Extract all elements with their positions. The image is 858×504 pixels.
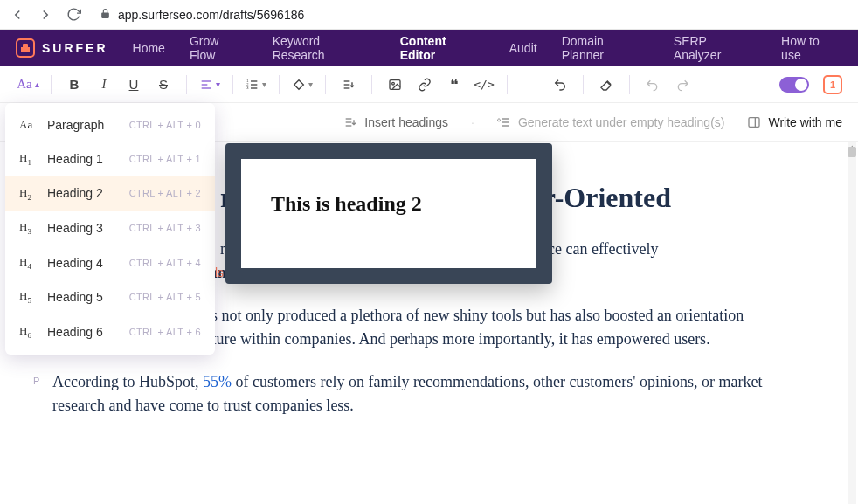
quote-button[interactable]: ❝ (442, 72, 467, 97)
h4-glyph-icon: H4 (19, 255, 38, 271)
counter-value: 1 (830, 79, 835, 90)
separator (507, 75, 508, 94)
dropdown-item-label: Heading 3 (47, 221, 103, 235)
svg-text:3: 3 (246, 86, 249, 90)
main-nav: SURFER Home Grow Flow Keyword Research C… (0, 30, 858, 66)
align-dropdown-button[interactable]: ▾ (197, 72, 222, 97)
doc-paragraph[interactable]: P According to HubSpot, 55% of customers… (52, 370, 793, 418)
dropdown-item-shortcut: CTRL + ALT + 2 (129, 188, 201, 198)
dropdown-item-label: Heading 5 (47, 290, 103, 304)
h2-glyph-icon: H2 (19, 186, 38, 202)
dropdown-item-shortcut: CTRL + ALT + 5 (129, 292, 201, 302)
nav-audit[interactable]: Audit (509, 41, 537, 55)
generate-text-button[interactable]: Generate text under empty heading(s) (497, 115, 725, 129)
italic-button[interactable]: I (92, 72, 116, 97)
chevron-down-icon: ▾ (216, 79, 220, 89)
dropdown-item-label: Heading 6 (47, 325, 103, 339)
panel-icon (747, 115, 761, 129)
insert-outline-button[interactable] (336, 72, 361, 97)
dropdown-item-label: Heading 1 (47, 152, 103, 166)
lock-icon (100, 8, 111, 22)
text-style-label: Aa (17, 77, 32, 92)
highlight-toggle[interactable] (779, 77, 809, 93)
browser-reload-button[interactable] (63, 4, 84, 25)
tag-dropdown-button[interactable]: ▾ (290, 72, 315, 97)
bold-button[interactable]: B (62, 72, 86, 97)
write-with-me-label: Write with me (768, 115, 842, 129)
chevron-up-icon: ▴ (35, 79, 39, 89)
link-button[interactable] (412, 72, 437, 97)
svg-rect-21 (749, 117, 759, 127)
nav-keyword-research[interactable]: Keyword Research (273, 34, 376, 62)
list-dropdown-button[interactable]: 123 ▾ (244, 72, 268, 97)
dropdown-item-shortcut: CTRL + ALT + 0 (129, 120, 201, 130)
h5-glyph-icon: H5 (19, 289, 38, 305)
underline-button[interactable]: U (121, 72, 146, 97)
dropdown-item-heading-1[interactable]: H1 Heading 1 CTRL + ALT + 1 (5, 142, 215, 176)
dropdown-item-shortcut: CTRL + ALT + 1 (129, 154, 201, 164)
counter-badge[interactable]: 1 (823, 75, 842, 94)
undo-button[interactable] (640, 72, 665, 97)
hr-button[interactable]: — (518, 72, 543, 97)
h1-glyph-icon: H1 (19, 151, 38, 167)
code-button[interactable]: </> (472, 72, 496, 97)
dropdown-item-heading-6[interactable]: H6 Heading 6 CTRL + ALT + 6 (5, 314, 215, 349)
dropdown-item-label: Paragraph (47, 118, 104, 132)
dropdown-item-label: Heading 4 (47, 256, 103, 270)
insert-headings-label: Insert headings (364, 115, 448, 129)
heading-preview-inner: This is heading 2 (241, 159, 536, 268)
heading-preview-text: This is heading 2 (271, 192, 507, 216)
dropdown-item-paragraph[interactable]: Aa Paragraph CTRL + ALT + 0 (5, 108, 215, 142)
brand-name: SURFER (42, 41, 108, 55)
write-with-me-button[interactable]: Write with me (747, 115, 842, 129)
nav-home[interactable]: Home (133, 41, 165, 55)
browser-url-bar[interactable]: app.surferseo.com/drafts/5696186 (91, 4, 851, 25)
dropdown-item-shortcut: CTRL + ALT + 4 (129, 258, 201, 268)
browser-back-button[interactable] (7, 4, 28, 25)
browser-url-text: app.surferseo.com/drafts/5696186 (118, 8, 304, 22)
separator (232, 75, 233, 94)
separator-dot: · (471, 115, 474, 129)
hidden-tab-fragment: ls (215, 266, 224, 280)
separator (629, 75, 630, 94)
chevron-down-icon: ▾ (308, 79, 313, 89)
separator (371, 75, 372, 94)
sparkle-list-icon (497, 115, 511, 129)
nav-serp-analyzer[interactable]: SERP Analyzer (674, 34, 757, 62)
separator (279, 75, 280, 94)
generate-text-label: Generate text under empty heading(s) (518, 115, 725, 129)
separator (51, 75, 52, 94)
dropdown-item-heading-3[interactable]: H3 Heading 3 CTRL + ALT + 3 (5, 211, 215, 245)
dropdown-item-shortcut: CTRL + ALT + 3 (129, 223, 201, 233)
svg-point-13 (392, 82, 395, 85)
dropdown-item-heading-5[interactable]: H5 Heading 5 CTRL + ALT + 5 (5, 280, 215, 314)
undo-link-button[interactable] (548, 72, 572, 97)
dropdown-item-heading-4[interactable]: H4 Heading 4 CTRL + ALT + 4 (5, 245, 215, 280)
outline-arrow-icon (343, 115, 357, 129)
insert-headings-button[interactable]: Insert headings (343, 115, 448, 129)
brand-logo[interactable]: SURFER (16, 38, 108, 58)
strikethrough-button[interactable]: S (151, 72, 176, 97)
browser-forward-button[interactable] (35, 4, 56, 25)
chevron-down-icon: ▾ (262, 79, 266, 89)
nav-content-editor[interactable]: Content Editor (400, 34, 485, 62)
nav-grow-flow[interactable]: Grow Flow (190, 34, 248, 62)
image-button[interactable] (383, 72, 407, 97)
h3-glyph-icon: H3 (19, 220, 38, 236)
format-toolbar: Aa ▴ B I U S ▾ 123 ▾ ▾ ❝ </> — (0, 66, 858, 103)
nav-how-to-use[interactable]: How to use (781, 34, 842, 62)
paragraph-glyph-icon: Aa (19, 118, 38, 132)
doc-link-55-percent[interactable]: 55% (203, 373, 232, 390)
dropdown-item-heading-2[interactable]: H2 Heading 2 CTRL + ALT + 2 (5, 176, 215, 211)
separator (325, 75, 326, 94)
nav-domain-planner[interactable]: Domain Planner (562, 34, 649, 62)
text-style-dropdown: Aa Paragraph CTRL + ALT + 0 H1 Heading 1… (5, 103, 215, 355)
browser-chrome: app.surferseo.com/drafts/5696186 (0, 0, 858, 30)
redo-button[interactable] (670, 72, 695, 97)
text-style-dropdown-button[interactable]: Aa ▴ (16, 72, 40, 97)
brand-mark-icon (16, 38, 35, 58)
vertical-scrollbar[interactable]: ▴ (848, 142, 856, 504)
dropdown-item-shortcut: CTRL + ALT + 6 (129, 327, 201, 337)
eraser-button[interactable] (594, 72, 619, 97)
scrollbar-thumb[interactable] (848, 147, 856, 157)
